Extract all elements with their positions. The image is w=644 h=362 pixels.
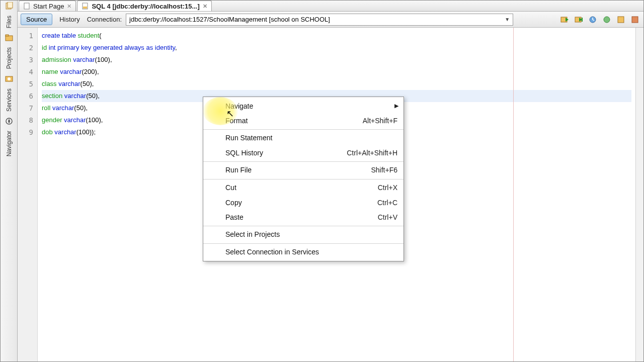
projects-icon[interactable] xyxy=(5,33,14,42)
svg-rect-14 xyxy=(582,18,583,22)
toolbar-icon-5[interactable] xyxy=(615,14,626,25)
code-line[interactable]: id int primary key generated always as i… xyxy=(42,42,631,54)
tab-label: SQL 4 [jdbc:derby://localhost:15...] xyxy=(92,3,199,10)
context-menu-item[interactable]: Navigate▶ xyxy=(203,99,404,113)
context-menu-item[interactable]: Select Connection in Services xyxy=(203,243,404,259)
context-menu: Navigate▶FormatAlt+Shift+FRun StatementS… xyxy=(203,97,404,261)
code-line[interactable]: class varchar(50), xyxy=(42,78,631,90)
svg-rect-18 xyxy=(632,17,638,23)
files-icon[interactable] xyxy=(5,2,14,11)
context-menu-shortcut: Shift+F6 xyxy=(371,166,397,174)
toolbar-icon-6[interactable] xyxy=(629,14,640,25)
navigator-icon[interactable] xyxy=(5,117,14,126)
tab-label: Start Page xyxy=(33,3,64,10)
chevron-right-icon: ▶ xyxy=(394,103,398,109)
left-rail: Files Projects Services Navigator xyxy=(1,1,18,361)
context-menu-item[interactable]: CopyCtrl+C xyxy=(203,195,404,210)
context-menu-item[interactable]: PasteCtrl+V xyxy=(203,210,404,224)
context-menu-label: Run File xyxy=(225,166,371,174)
line-number: 6 xyxy=(18,90,37,102)
sidebar-navigator[interactable]: Navigator xyxy=(5,128,14,159)
context-menu-item[interactable]: FormatAlt+Shift+F xyxy=(203,113,404,128)
context-menu-shortcut: Ctrl+X xyxy=(378,184,397,192)
line-number: 1 xyxy=(18,30,37,42)
toolbar-icon-4[interactable] xyxy=(601,14,612,25)
line-gutter: 123456789 xyxy=(18,28,38,361)
context-menu-item[interactable]: Select in Projects xyxy=(203,226,404,242)
tab-start-page[interactable]: Start Page ✕ xyxy=(19,1,76,11)
sidebar-projects[interactable]: Projects xyxy=(5,44,14,72)
services-icon[interactable] xyxy=(5,74,14,83)
connection-dropdown[interactable]: jdbc:derby://localhost:1527/SchoolManage… xyxy=(126,14,513,26)
page-icon xyxy=(23,3,30,10)
sidebar-files[interactable]: Files xyxy=(5,13,14,31)
connection-value: jdbc:derby://localhost:1527/SchoolManage… xyxy=(129,16,330,23)
right-margin-line xyxy=(513,28,514,361)
editor-toolbar: Source History Connection: jdbc:derby://… xyxy=(18,12,643,28)
line-number: 5 xyxy=(18,78,37,90)
code-line[interactable]: admission varchar(100), xyxy=(42,54,631,66)
run-statement-icon[interactable] xyxy=(573,14,584,25)
svg-rect-17 xyxy=(618,17,624,23)
run-sql-icon[interactable] xyxy=(559,14,570,25)
context-menu-item[interactable]: CutCtrl+X xyxy=(203,179,404,195)
connection-label: Connection: xyxy=(87,16,122,23)
line-number: 2 xyxy=(18,42,37,54)
svg-point-16 xyxy=(604,17,610,23)
context-menu-shortcut: Alt+Shift+F xyxy=(363,117,397,125)
context-menu-label: Select Connection in Services xyxy=(225,248,397,256)
line-number: 8 xyxy=(18,114,37,126)
line-number: 9 xyxy=(18,126,37,138)
context-menu-item[interactable]: Run Statement xyxy=(203,129,404,145)
svg-rect-1 xyxy=(8,2,13,8)
context-menu-shortcut: Ctrl+V xyxy=(378,213,397,221)
context-menu-label: Paste xyxy=(225,213,378,221)
tab-sql4[interactable]: SQL 4 [jdbc:derby://localhost:15...] ✕ xyxy=(77,1,211,11)
source-button[interactable]: Source xyxy=(21,14,52,25)
chevron-down-icon[interactable]: ▼ xyxy=(505,17,510,22)
context-menu-label: Copy xyxy=(225,199,377,207)
svg-point-5 xyxy=(8,77,11,80)
svg-rect-9 xyxy=(83,7,87,9)
tab-strip: Start Page ✕ SQL 4 [jdbc:derby://localho… xyxy=(18,1,643,12)
history-button[interactable]: History xyxy=(56,14,83,25)
sidebar-services[interactable]: Services xyxy=(5,85,14,115)
sql-history-icon[interactable] xyxy=(587,14,598,25)
context-menu-label: Run Statement xyxy=(225,134,397,142)
context-menu-label: SQL History xyxy=(225,149,347,157)
vertical-scrollbar[interactable] xyxy=(635,28,643,361)
context-menu-shortcut: Ctrl+C xyxy=(377,199,397,207)
code-line[interactable]: create table student( xyxy=(42,30,631,42)
line-number: 7 xyxy=(18,102,37,114)
sql-file-icon xyxy=(82,3,89,10)
svg-rect-7 xyxy=(24,3,29,9)
context-menu-label: Navigate xyxy=(225,102,397,110)
context-menu-item[interactable]: Run FileShift+F6 xyxy=(203,161,404,177)
code-line[interactable]: name varchar(200), xyxy=(42,66,631,78)
context-menu-label: Format xyxy=(225,117,363,125)
context-menu-item[interactable]: SQL HistoryCtrl+Alt+Shift+H xyxy=(203,145,404,160)
context-menu-label: Select in Projects xyxy=(225,230,397,238)
close-icon[interactable]: ✕ xyxy=(203,3,207,10)
context-menu-label: Cut xyxy=(225,184,378,192)
svg-rect-3 xyxy=(6,35,9,36)
close-icon[interactable]: ✕ xyxy=(67,3,71,10)
line-number: 3 xyxy=(18,54,37,66)
context-menu-shortcut: Ctrl+Alt+Shift+H xyxy=(347,149,397,157)
line-number: 4 xyxy=(18,66,37,78)
